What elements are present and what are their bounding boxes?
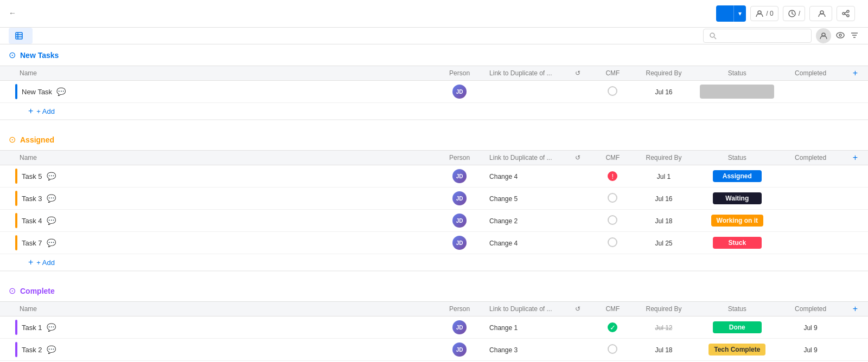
avatar[interactable]: JD	[452, 85, 467, 99]
add-row[interactable]: + + Add	[0, 103, 868, 120]
table-row: Task 5 💬 JD Change 4 ! Jul 1 Assigned	[0, 165, 868, 188]
required-by-date: Jul 25	[655, 240, 672, 247]
col-header-cmf: CMF	[593, 151, 632, 165]
add-row[interactable]: + + Add	[0, 254, 868, 272]
group-complete: ⊙ Complete Name Person Link to Duplicate…	[0, 280, 868, 362]
person-cell: JD	[434, 81, 485, 103]
required-by-date: Jul 18	[655, 217, 672, 225]
add-row-cell[interactable]: + + Add	[0, 103, 868, 120]
cmf-unchecked-icon[interactable]	[608, 215, 617, 225]
col-header-person: Person	[434, 151, 485, 165]
table-row: New Task 💬 JD Jul 16	[0, 81, 868, 103]
status-badge[interactable]: Working on it	[711, 215, 763, 227]
col-header-add[interactable]: +	[843, 302, 868, 316]
group-title-new-tasks: New Tasks	[20, 51, 59, 60]
share-button[interactable]	[837, 6, 855, 21]
status-badge[interactable]	[700, 85, 774, 99]
svg-line-6	[845, 14, 847, 15]
board: ⊙ New Tasks Name Person Link to Duplicat…	[0, 44, 868, 362]
completed-cell	[778, 165, 843, 188]
comment-icon[interactable]: 💬	[56, 87, 66, 96]
main-table-tab[interactable]	[9, 28, 33, 44]
col-header-add[interactable]: +	[843, 151, 868, 165]
avatar[interactable]: JD	[452, 236, 467, 250]
comment-icon[interactable]: 💬	[47, 323, 56, 332]
eye-icon[interactable]	[835, 30, 845, 42]
group-color-bar	[15, 320, 17, 335]
status-cell	[695, 81, 778, 103]
task-name-cell: Task 3 💬	[0, 188, 434, 210]
col-header-add[interactable]: +	[843, 66, 868, 81]
invite-button[interactable]: / 0	[750, 6, 778, 21]
avatar[interactable]: JD	[452, 191, 467, 205]
svg-point-16	[839, 34, 841, 36]
group-color-bar	[15, 342, 17, 357]
cmf-unchecked-icon[interactable]	[608, 86, 617, 96]
col-header-cmf: CMF	[593, 302, 632, 316]
cmf-icon-cell	[561, 232, 593, 254]
cmf-unchecked-icon[interactable]	[608, 344, 617, 354]
filter-person-icon[interactable]	[816, 28, 831, 43]
task-name-cell: Task 7 💬	[0, 232, 434, 254]
group-header-complete[interactable]: ⊙ Complete	[0, 280, 868, 301]
guests-button[interactable]	[809, 6, 832, 21]
group-collapse-icon[interactable]: ⊙	[9, 134, 16, 145]
cmf-icon-cell	[561, 81, 593, 103]
required-by-cell: Jul 18	[632, 210, 696, 232]
person-cell: JD	[434, 165, 485, 188]
avatar[interactable]: JD	[452, 320, 467, 334]
link-cell: Change 5	[485, 188, 561, 210]
avatar[interactable]: JD	[452, 169, 467, 183]
group-color-bar	[15, 213, 17, 228]
svg-point-3	[847, 10, 849, 12]
search-box[interactable]	[703, 29, 812, 43]
status-badge[interactable]: Stuck	[713, 237, 762, 249]
group-collapse-icon[interactable]: ⊙	[9, 286, 16, 296]
filter-icon[interactable]	[850, 30, 859, 42]
status-badge[interactable]: Assigned	[713, 170, 762, 182]
group-header-assigned[interactable]: ⊙ Assigned	[0, 129, 868, 150]
col-header-completed: Completed	[778, 66, 843, 81]
required-by-date: Jul 12	[655, 324, 672, 332]
comment-icon[interactable]: 💬	[47, 345, 56, 354]
new-item-button[interactable]	[716, 5, 733, 22]
task-name: New Task	[22, 88, 52, 96]
activity-button[interactable]: /	[783, 6, 805, 21]
completed-cell: Jul 9	[778, 316, 843, 339]
add-view-button[interactable]	[35, 33, 46, 39]
add-row-content[interactable]: + + Add	[0, 103, 868, 120]
comment-icon[interactable]: 💬	[47, 216, 56, 225]
cmf-checked-icon[interactable]: ✓	[608, 322, 617, 332]
cmf-unchecked-icon[interactable]	[608, 193, 617, 203]
add-row-content[interactable]: + + Add	[0, 254, 868, 271]
back-icon[interactable]: ←	[9, 9, 16, 17]
new-item-dropdown[interactable]: ▾	[733, 5, 746, 22]
comment-icon[interactable]: 💬	[47, 194, 56, 203]
cmf-error-icon[interactable]: !	[608, 171, 617, 181]
svg-rect-8	[16, 33, 22, 39]
comment-icon[interactable]: 💬	[47, 238, 56, 247]
cmf-cell: ✓	[593, 316, 632, 339]
status-badge[interactable]: Done	[713, 321, 762, 333]
group-header-new-tasks[interactable]: ⊙ New Tasks	[0, 44, 868, 66]
task-name-cell: Task 2 💬	[0, 339, 434, 361]
link-value: Change 4	[489, 173, 518, 180]
avatar[interactable]: JD	[452, 214, 467, 228]
link-cell: Change 4	[485, 232, 561, 254]
cmf-unchecked-icon[interactable]	[608, 237, 617, 247]
col-header-name: Name	[0, 151, 434, 165]
required-by-cell: Jul 1	[632, 165, 696, 188]
header-left: ←	[9, 9, 710, 18]
sub-nav-right	[703, 28, 859, 43]
status-cell: Tech Complete	[695, 339, 778, 361]
status-badge[interactable]: Tech Complete	[709, 344, 765, 355]
avatar[interactable]: JD	[452, 342, 467, 357]
comment-icon[interactable]: 💬	[47, 172, 56, 180]
required-by-cell: Jul 16	[632, 81, 696, 103]
group-collapse-icon[interactable]: ⊙	[9, 50, 16, 60]
status-badge[interactable]: Waiting	[713, 192, 762, 204]
col-header-person: Person	[434, 66, 485, 81]
add-row-cell[interactable]: + + Add	[0, 254, 868, 272]
col-header-completed: Completed	[778, 302, 843, 316]
group-color-bar	[15, 84, 17, 99]
